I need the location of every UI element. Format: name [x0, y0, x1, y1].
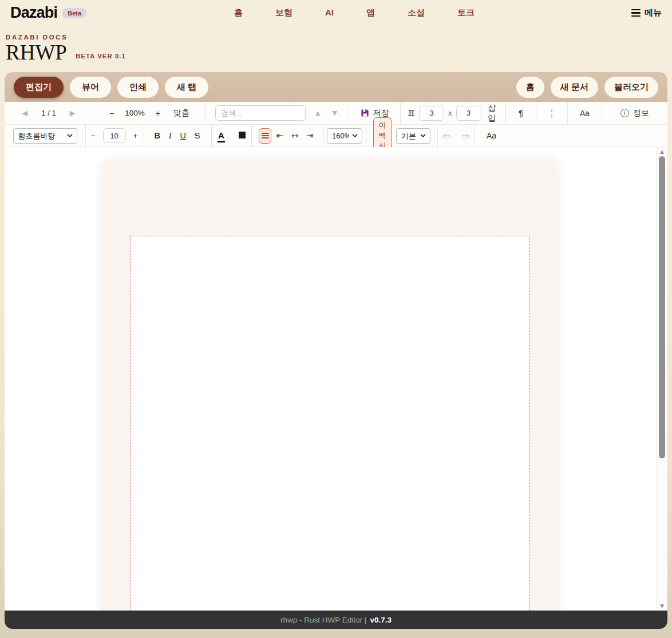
font-family-section: 함초롬바탕: [5, 125, 86, 146]
highlight-color-button[interactable]: [236, 130, 248, 141]
status-text: rhwp - Rust HWP Editor |: [280, 616, 366, 624]
strikethrough-button[interactable]: S: [192, 130, 203, 141]
undo-button[interactable]: ⇦: [440, 129, 452, 142]
nav-item-home[interactable]: 홈: [234, 7, 243, 18]
line-height-select-wrap: 160%: [327, 128, 362, 144]
save-icon: [361, 109, 369, 117]
doc-header: DAZABI DOCS RHWP BETA VER 0.1: [0, 26, 672, 63]
font-size-section: − +: [86, 125, 143, 146]
nav-item-novel[interactable]: 소설: [408, 7, 425, 18]
top-nav: Dazabi Beta 홈 보험 AI 앱 소설 토크 메뉴: [0, 0, 672, 26]
highlight-color-icon: [239, 132, 246, 138]
align-right-button[interactable]: ⇥: [303, 128, 316, 144]
text-case-section: Aa: [475, 125, 667, 146]
history-section: ⇦ ⇨: [438, 125, 475, 146]
status-version: v0.7.3: [370, 616, 392, 624]
align-left-button[interactable]: ⇤: [274, 128, 286, 144]
table-insert-button[interactable]: 삽입: [485, 102, 499, 125]
info-icon: i: [620, 109, 629, 117]
bold-button[interactable]: B: [152, 130, 162, 141]
tab-print[interactable]: 인쇄: [117, 77, 159, 98]
font-size-input[interactable]: [103, 128, 126, 143]
nav-item-ai[interactable]: AI: [325, 7, 334, 18]
underline-button[interactable]: U: [178, 130, 188, 141]
dashed-line-button[interactable]: [549, 108, 555, 119]
text-color-icon: A: [218, 130, 225, 142]
tab-editor[interactable]: 편집기: [14, 77, 64, 98]
page-navigation: ◀ 1 / 1 ▶: [5, 102, 93, 124]
editor-app: 편집기 뷰어 인쇄 새 탭 홈 새 문서 불러오기 ◀ 1 / 1 ▶ − 10…: [5, 72, 667, 629]
document-page[interactable]: [104, 159, 556, 611]
search-next-button[interactable]: ▼: [330, 108, 339, 118]
table-label: 표: [408, 108, 415, 118]
info-section: i 정보: [602, 102, 667, 124]
font-family-select-wrap: 함초롬바탕: [13, 128, 77, 144]
open-document-button[interactable]: 불러오기: [604, 77, 658, 98]
document-viewport[interactable]: ▲ ▼: [5, 147, 667, 611]
align-justify-icon: [262, 133, 269, 138]
text-color-button[interactable]: A: [215, 130, 227, 141]
tab-new-tab[interactable]: 새 탭: [165, 77, 208, 98]
dashed-line-icon: [551, 109, 552, 118]
prev-page-button[interactable]: ◀: [19, 108, 30, 118]
title-row: RHWP BETA VER 0.1: [6, 42, 662, 63]
font-size-increase-button[interactable]: +: [131, 130, 140, 141]
nav-item-talk[interactable]: 토크: [457, 7, 475, 18]
italic-button[interactable]: I: [167, 130, 174, 142]
table-insert-controls: 표 x 삽입: [401, 102, 506, 124]
info-button[interactable]: i 정보: [618, 107, 651, 120]
color-section: A: [212, 125, 252, 146]
toolbar-row-1: ◀ 1 / 1 ▶ − 100% + 맞춤 ▲ ▼: [5, 102, 667, 125]
style-preset-select[interactable]: 기본: [396, 128, 430, 144]
redo-button[interactable]: ⇨: [460, 129, 472, 142]
font-size-decrease-button[interactable]: −: [88, 130, 97, 141]
paragraph-marks-button[interactable]: ¶: [516, 107, 525, 119]
align-justify-button[interactable]: [259, 128, 271, 144]
toolbar-row-2: 함초롬바탕 − + B I U S A ⇤ ↔: [5, 125, 667, 147]
margin-guide-area[interactable]: [130, 236, 529, 611]
alignment-section: ⇤ ↔ ⇥: [252, 125, 323, 146]
fit-button[interactable]: 맞춤: [171, 107, 192, 120]
scroll-down-button[interactable]: ▼: [657, 603, 667, 609]
brand-logo[interactable]: Dazabi: [10, 4, 57, 22]
search-prev-button[interactable]: ▲: [313, 108, 322, 118]
tab-bar: 편집기 뷰어 인쇄 새 탭 홈 새 문서 불러오기: [5, 72, 667, 102]
main-nav: 홈 보험 AI 앱 소설 토크: [234, 7, 475, 18]
zoom-out-button[interactable]: −: [107, 108, 116, 119]
save-label: 저장: [373, 108, 389, 118]
table-cols-input[interactable]: [456, 106, 481, 121]
zoom-level: 100%: [125, 109, 145, 117]
vertical-scrollbar[interactable]: ▲ ▼: [656, 147, 667, 611]
next-page-button[interactable]: ▶: [68, 108, 78, 118]
menu-label: 메뉴: [645, 7, 662, 18]
table-x-label: x: [448, 109, 452, 117]
font-family-select[interactable]: 함초롬바탕: [13, 128, 77, 144]
brand: Dazabi Beta: [10, 4, 86, 22]
aa-button[interactable]: Aa: [578, 108, 592, 119]
scroll-up-button[interactable]: ▲: [657, 149, 667, 154]
table-rows-input[interactable]: [419, 106, 444, 121]
scrollbar-thumb[interactable]: [659, 156, 665, 458]
page: { "colors": { "accent_brown": "#7b3a28",…: [0, 0, 672, 638]
nav-item-app[interactable]: 앱: [366, 7, 375, 18]
dashed-line-section: [536, 102, 568, 124]
menu-button[interactable]: 메뉴: [631, 7, 662, 18]
tab-viewer[interactable]: 뷰어: [70, 77, 111, 98]
page-indicator: 1 / 1: [41, 109, 56, 117]
line-height-section: 160%: [323, 125, 366, 146]
align-center-button[interactable]: ↔: [288, 128, 301, 144]
line-height-select[interactable]: 160%: [327, 128, 362, 144]
text-case-button[interactable]: Aa: [484, 130, 499, 141]
zoom-controls: − 100% + 맞춤: [93, 102, 206, 124]
version-label: BETA VER 0.1: [76, 53, 126, 63]
hamburger-icon: [631, 9, 641, 17]
style-preset-select-wrap: 기본: [396, 128, 430, 144]
beta-badge: Beta: [62, 8, 86, 18]
text-style-section: Aa: [568, 102, 602, 124]
zoom-in-button[interactable]: +: [153, 108, 163, 119]
nav-item-insurance[interactable]: 보험: [275, 7, 292, 18]
new-document-button[interactable]: 새 문서: [551, 77, 598, 98]
home-button[interactable]: 홈: [516, 77, 544, 98]
search-input[interactable]: [215, 105, 306, 121]
pilcrow-section: ¶: [506, 102, 536, 124]
